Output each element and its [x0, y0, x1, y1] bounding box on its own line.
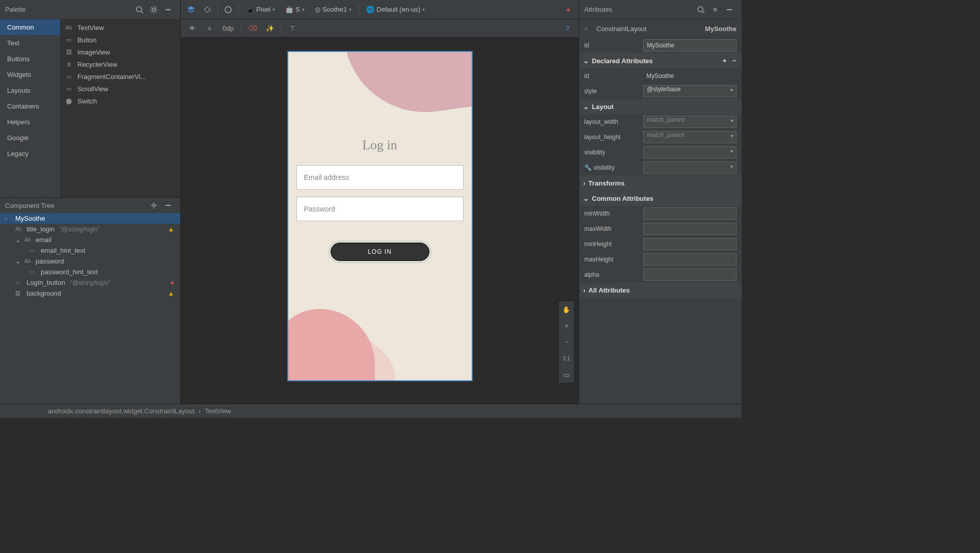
gear-icon[interactable]: [147, 198, 161, 213]
search-icon[interactable]: [132, 3, 147, 17]
tree-background[interactable]: 🖼 background ▲: [0, 288, 180, 299]
tree-password[interactable]: ⌄ Ab password: [0, 256, 180, 267]
chevron-down-icon[interactable]: ⌄: [15, 257, 22, 265]
tree-login-button[interactable]: ▭ LogIn_button "@string/login" ●: [0, 277, 180, 288]
error-badge-icon[interactable]: ●: [561, 3, 576, 17]
minimize-icon[interactable]: [161, 3, 175, 17]
warning-icon[interactable]: ▲: [168, 225, 174, 233]
category-helpers[interactable]: Helpers: [0, 114, 60, 130]
zoom-in-icon[interactable]: ＋: [559, 318, 574, 334]
section-layout[interactable]: ⌄ Layout: [579, 99, 742, 114]
tree-node-name: password_hint_text: [41, 268, 98, 276]
theme-label: Soothe1: [322, 6, 347, 13]
gear-icon[interactable]: [147, 3, 161, 17]
design-canvas[interactable]: 👁 ⟡ 0dp ⌫ ✨ ⊤ ? Log in Email address Pas…: [181, 19, 579, 404]
help-icon[interactable]: ?: [560, 21, 575, 36]
attr-maxheight[interactable]: [643, 253, 737, 266]
category-containers[interactable]: Containers: [0, 98, 60, 114]
attributes-panel: Attributes ⟡ ConstraintLayout MySoothe i…: [579, 0, 742, 404]
attr-visibility-tools[interactable]: [643, 162, 737, 174]
tree-title-login[interactable]: Ab title_login "@string/login" ▲: [0, 224, 180, 234]
widget-switch[interactable]: ⬤Switch: [60, 95, 180, 107]
diamond-icon[interactable]: [200, 3, 214, 17]
chevron-down-icon: ⌄: [583, 57, 589, 65]
category-buttons[interactable]: Buttons: [0, 51, 60, 67]
tree-password-hint[interactable]: ▭ password_hint_text: [0, 267, 180, 277]
widget-button[interactable]: ▭Button: [60, 34, 180, 46]
textview-icon: Ab: [15, 226, 24, 232]
zoom-out-icon[interactable]: －: [559, 334, 574, 350]
attr-visibility[interactable]: [643, 146, 737, 159]
warning-icon[interactable]: ▲: [168, 289, 174, 297]
breadcrumb: androidx.constraintlayout.widget.Constra…: [0, 404, 742, 418]
attr-id-input[interactable]: [643, 39, 737, 51]
widget-label: ImageView: [77, 48, 110, 56]
remove-icon[interactable]: －: [731, 56, 738, 65]
api-dropdown[interactable]: 🤖S▾: [281, 3, 309, 17]
constraint-icon[interactable]: ⟡: [202, 21, 216, 36]
design-topbar: 📱Pixel▾ 🤖S▾ ◎Soothe1▾ 🌐Default (en-us)▾ …: [181, 0, 579, 19]
minimize-icon[interactable]: [161, 198, 175, 213]
scroll-icon: ▭: [64, 85, 73, 93]
tree-node-name: email_hint_text: [41, 247, 85, 254]
section-transforms[interactable]: › Transforms: [579, 175, 742, 191]
category-legacy[interactable]: Legacy: [0, 146, 60, 162]
section-declared[interactable]: ⌄ Declared Attributes ＋ －: [579, 53, 742, 68]
attr-style-dropdown[interactable]: @style/base: [643, 85, 737, 97]
align-icon[interactable]: ⊤: [286, 21, 300, 36]
attr-maxwidth[interactable]: [643, 223, 737, 235]
widget-recyclerview[interactable]: ≣RecyclerView: [60, 58, 180, 70]
chevron-right-icon: ›: [583, 286, 585, 294]
zoom-fit-icon[interactable]: ▭: [559, 366, 574, 383]
attr-minwidth[interactable]: [643, 207, 737, 220]
category-text[interactable]: Text: [0, 35, 60, 51]
device-dropdown[interactable]: 📱Pixel▾: [242, 3, 279, 17]
attr-minheight[interactable]: [643, 238, 737, 250]
attr-value[interactable]: MySoothe: [643, 70, 737, 82]
chevron-down-icon[interactable]: ⌄: [15, 236, 22, 244]
breadcrumb-segment[interactable]: androidx.constraintlayout.widget.Constra…: [48, 407, 195, 415]
lens-icon[interactable]: [221, 3, 235, 17]
clear-constraints-icon[interactable]: ⌫: [246, 21, 260, 36]
widget-scrollview[interactable]: ▭ScrollView: [60, 83, 180, 95]
widget-imageview[interactable]: 🖼ImageView: [60, 46, 180, 58]
attr-layout-width[interactable]: match_parent: [643, 116, 737, 128]
device-preview[interactable]: Log in Email address Password LOG IN: [287, 51, 473, 381]
add-icon[interactable]: ＋: [721, 56, 728, 65]
theme-dropdown[interactable]: ◎Soothe1▾: [311, 3, 356, 17]
tree-node-name: password: [36, 257, 64, 265]
password-field[interactable]: Password: [296, 197, 464, 221]
tree-email[interactable]: ⌄ Ab email: [0, 234, 180, 245]
section-all[interactable]: › All Attributes: [579, 282, 742, 298]
eye-icon[interactable]: 👁: [185, 21, 199, 36]
email-field[interactable]: Email address: [296, 165, 464, 190]
login-button[interactable]: LOG IN: [331, 243, 429, 261]
category-widgets[interactable]: Widgets: [0, 67, 60, 83]
category-common[interactable]: Common: [0, 19, 60, 35]
widget-fragmentcontainer[interactable]: ▭FragmentContainerVi...: [60, 70, 180, 83]
section-common[interactable]: ⌄ Common Attributes: [579, 191, 742, 206]
tree-email-hint[interactable]: ▭ email_hint_text: [0, 245, 180, 256]
layers-icon[interactable]: [184, 3, 198, 17]
widget-textview[interactable]: AbTextView: [60, 21, 180, 34]
zoom-1to1-icon[interactable]: 1:1: [559, 350, 574, 366]
chevron-right-icon: ›: [583, 179, 585, 187]
locale-dropdown[interactable]: 🌐Default (en-us)▾: [362, 3, 429, 17]
category-layouts[interactable]: Layouts: [0, 83, 60, 98]
api-label: S: [295, 6, 300, 13]
category-google[interactable]: Google: [0, 130, 60, 146]
error-icon[interactable]: ●: [170, 279, 174, 286]
image-icon: 🖼: [64, 48, 73, 56]
breadcrumb-segment[interactable]: TextView: [205, 407, 231, 415]
tree-root[interactable]: ⟡ MySoothe: [0, 213, 180, 224]
minimize-icon[interactable]: [722, 3, 737, 17]
wrench-icon: 🔧: [584, 164, 592, 171]
gear-icon[interactable]: [708, 3, 722, 17]
pan-icon[interactable]: ✋: [559, 301, 574, 318]
login-title-text[interactable]: Log in: [362, 138, 397, 153]
magic-wand-icon[interactable]: ✨: [263, 21, 277, 36]
constraint-icon: ⟡: [584, 25, 593, 32]
search-icon[interactable]: [694, 3, 708, 17]
attr-layout-height[interactable]: match_parent: [643, 131, 737, 143]
attr-alpha[interactable]: [643, 269, 737, 281]
